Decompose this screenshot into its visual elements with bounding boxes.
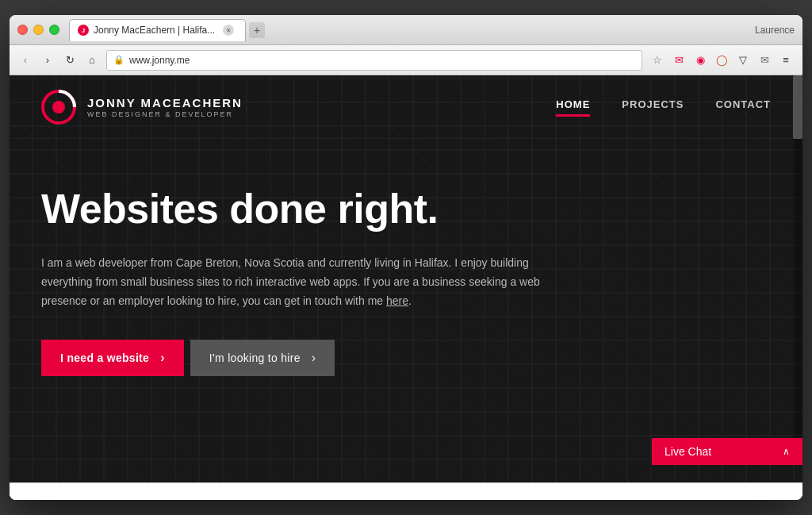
svg-point-1: [52, 101, 65, 113]
need-website-button[interactable]: I need a website ›: [41, 340, 184, 376]
logo-name: JONNY MACEACHERN: [87, 96, 243, 110]
browser-bottom-bar: [10, 482, 802, 500]
hero-title: Websites done right.: [41, 186, 771, 232]
menu-icon[interactable]: ≡: [777, 52, 795, 69]
address-bar[interactable]: 🔒 www.jonny.me: [106, 50, 642, 71]
extension-icon-1[interactable]: ✉: [670, 52, 688, 69]
tab-bar: J Jonny MacEachern | Halifa... × +: [69, 19, 755, 41]
looking-to-hire-button[interactable]: I'm looking to hire ›: [190, 340, 335, 376]
btn-secondary-chevron-icon: ›: [312, 351, 316, 365]
logo-area: JONNY MACEACHERN WEB DESIGNER & DEVELOPE…: [41, 90, 243, 125]
website-content: JONNY MACEACHERN WEB DESIGNER & DEVELOPE…: [10, 75, 802, 482]
nav-home[interactable]: HOME: [556, 98, 590, 115]
lock-icon: 🔒: [113, 55, 124, 65]
btn-primary-chevron-icon: ›: [160, 351, 165, 365]
close-button[interactable]: [17, 25, 28, 35]
extension-icon-4[interactable]: ▽: [734, 52, 752, 69]
logo-subtitle: WEB DESIGNER & DEVELOPER: [87, 110, 243, 118]
new-tab-button[interactable]: +: [249, 22, 265, 38]
tab-close-icon[interactable]: ×: [223, 25, 234, 36]
hero-buttons: I need a website › I'm looking to hire ›: [41, 340, 771, 376]
browser-toolbar: ‹ › ↻ ⌂ 🔒 www.jonny.me ☆ ✉ ◉ ◯ ▽ ✉ ≡: [10, 45, 802, 75]
hero-description: I am a web developer from Cape Breton, N…: [41, 254, 580, 310]
refresh-button[interactable]: ↻: [62, 52, 78, 68]
nav-links: HOME PROJECTS CONTACT: [556, 98, 771, 115]
nav-contact[interactable]: CONTACT: [715, 98, 771, 115]
url-text: www.jonny.me: [129, 55, 190, 66]
home-button[interactable]: ⌂: [84, 52, 100, 68]
logo-icon: [41, 90, 76, 125]
extension-icon-5[interactable]: ✉: [756, 52, 773, 69]
logo-svg: [41, 90, 76, 125]
hero-section: Websites done right. I am a web develope…: [10, 139, 802, 408]
live-chat-chevron-icon: ∧: [783, 446, 790, 457]
toolbar-icons: ☆ ✉ ◉ ◯ ▽ ✉ ≡: [649, 52, 795, 69]
logo-text: JONNY MACEACHERN WEB DESIGNER & DEVELOPE…: [87, 96, 243, 118]
site-navigation: JONNY MACEACHERN WEB DESIGNER & DEVELOPE…: [10, 75, 802, 139]
live-chat-label: Live Chat: [665, 445, 711, 458]
browser-window: J Jonny MacEachern | Halifa... × + Laure…: [10, 15, 802, 500]
bookmark-icon[interactable]: ☆: [649, 52, 666, 69]
btn-secondary-label: I'm looking to hire: [209, 352, 301, 364]
tab-favicon-icon: J: [78, 25, 89, 36]
extension-icon-2[interactable]: ◉: [691, 52, 709, 69]
back-button[interactable]: ‹: [17, 52, 33, 68]
user-label: Laurence: [755, 25, 795, 36]
active-tab[interactable]: J Jonny MacEachern | Halifa... ×: [69, 19, 246, 41]
tab-title: Jonny MacEachern | Halifa...: [94, 25, 215, 36]
extension-icon-3[interactable]: ◯: [713, 52, 730, 69]
live-chat-widget[interactable]: Live Chat ∧: [652, 438, 802, 465]
forward-button[interactable]: ›: [40, 52, 56, 68]
nav-projects[interactable]: PROJECTS: [622, 98, 684, 115]
browser-titlebar: J Jonny MacEachern | Halifa... × + Laure…: [10, 15, 802, 45]
minimize-button[interactable]: [33, 25, 44, 35]
scrollbar[interactable]: [793, 75, 802, 465]
hero-link[interactable]: here: [386, 294, 408, 307]
btn-primary-label: I need a website: [60, 352, 149, 364]
maximize-button[interactable]: [49, 25, 59, 35]
scrollbar-thumb[interactable]: [793, 75, 802, 139]
window-controls: [17, 25, 59, 35]
